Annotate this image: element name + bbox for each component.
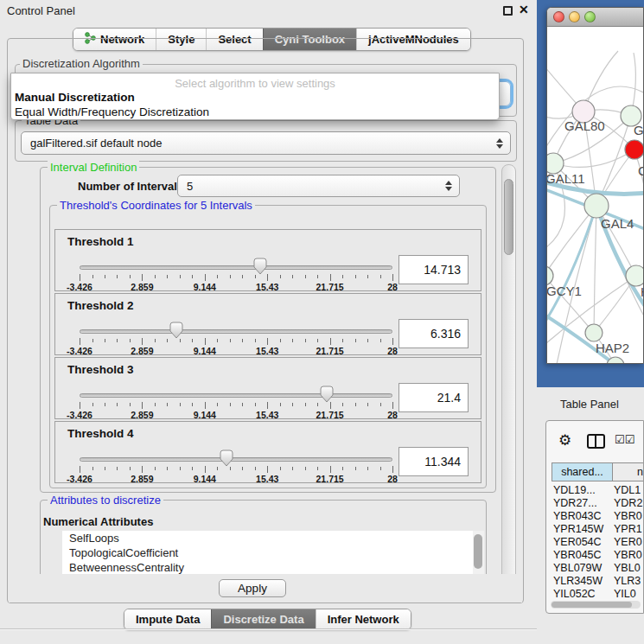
cell-shared-name: YDL19... xyxy=(553,484,596,496)
threshold-value-input[interactable]: 14.713 xyxy=(399,255,469,284)
threshold-value-input[interactable]: 11.344 xyxy=(399,447,469,476)
tick-mark xyxy=(130,275,131,278)
minimize-window-icon[interactable] xyxy=(569,11,580,22)
float-panel-icon[interactable] xyxy=(503,6,513,16)
attributes-list-scrollbar[interactable] xyxy=(473,531,484,574)
tick-mark xyxy=(130,339,131,342)
panel-scrollbar[interactable] xyxy=(501,164,516,603)
split-view-icon[interactable] xyxy=(587,434,605,449)
popup-option-manual-discretization[interactable]: Manual Discretization xyxy=(15,91,135,104)
cell-shared-name: YLR345W xyxy=(553,575,603,587)
table-data-combobox-value: galFiltered.sif default node xyxy=(30,137,162,150)
tick-mark xyxy=(242,403,243,406)
thresholds-coordinates-title: Threshold's Coordinates for 5 Intervals xyxy=(57,199,255,212)
slider-track[interactable] xyxy=(80,457,392,462)
network-edge-highlighted[interactable] xyxy=(547,206,596,329)
select-columns-icon[interactable]: ☑☑ xyxy=(615,433,634,446)
cell-shared-name: YBR043C xyxy=(553,510,602,522)
threshold-value-input[interactable]: 6.316 xyxy=(399,319,469,348)
tick-label: 21.715 xyxy=(316,410,344,420)
close-panel-icon[interactable]: ✕ xyxy=(519,3,529,16)
number-of-intervals-combobox[interactable]: 5 xyxy=(177,175,460,197)
table-row[interactable]: YIL052CYIL0 xyxy=(552,588,644,601)
slider-thumb[interactable] xyxy=(319,386,335,404)
table-row[interactable]: YBL079WYBL0 xyxy=(552,562,644,575)
tick-label: -3.426 xyxy=(67,282,92,292)
attribute-list-item[interactable]: BetweennessCentrality xyxy=(62,560,484,574)
network-edge[interactable] xyxy=(553,150,634,167)
zoom-window-icon[interactable] xyxy=(584,11,596,22)
column-header-shared-name[interactable]: shared... xyxy=(552,462,613,481)
tick-mark xyxy=(117,467,118,470)
slider-track[interactable] xyxy=(80,329,392,334)
close-window-icon[interactable] xyxy=(553,11,564,22)
network-node-h[interactable] xyxy=(626,265,644,286)
slider-thumb[interactable] xyxy=(169,322,184,340)
table-panel-area: Table Panel ⚙ ☑☑ shared... n... YDL19...… xyxy=(537,387,644,644)
threshold-value-input[interactable]: 21.4 xyxy=(399,383,469,412)
table-row[interactable]: YDL19...YDL1 xyxy=(552,484,644,497)
gear-icon[interactable]: ⚙ xyxy=(558,431,571,450)
tick-mark xyxy=(317,339,318,342)
tick-mark xyxy=(355,275,356,278)
tick-mark xyxy=(130,467,131,470)
network-node-c[interactable] xyxy=(625,140,644,159)
network-node-gcy1[interactable] xyxy=(547,266,553,285)
cell-shared-name: YPR145W xyxy=(553,523,603,535)
tick-label: 2.859 xyxy=(131,346,153,356)
tick-mark xyxy=(367,339,368,342)
tick-mark xyxy=(242,275,243,278)
table-row[interactable]: YBR043CYBR0 xyxy=(552,510,644,523)
panel-scrollbar-thumb[interactable] xyxy=(504,179,513,255)
tick-mark xyxy=(105,275,105,278)
attributes-list-scrollbar-thumb[interactable] xyxy=(474,534,482,569)
network-canvas[interactable]: GAL80GACGAL11GAL4GCY1HHAP2 xyxy=(547,27,644,364)
table-panel-title: Table Panel xyxy=(560,398,619,411)
tick-mark xyxy=(117,403,118,406)
combo-stepper-icon xyxy=(445,181,452,191)
slider-thumb[interactable] xyxy=(219,450,234,468)
network-node-label: GAL11 xyxy=(547,171,585,186)
attribute-list-item[interactable]: TopologicalCoefficient xyxy=(62,545,484,560)
tick-mark xyxy=(217,403,218,406)
attribute-list-item[interactable]: SelfLoops xyxy=(62,531,484,545)
network-window-titlebar[interactable] xyxy=(547,8,643,27)
bottom-tab-infer-network[interactable]: Infer Network xyxy=(316,609,411,629)
network-node[interactable] xyxy=(607,357,624,364)
tick-mark xyxy=(305,275,306,278)
network-edge[interactable] xyxy=(594,206,596,333)
cell-shared-name: YER054C xyxy=(553,536,602,548)
table-row[interactable]: YER054CYER0 xyxy=(552,536,644,549)
tick-label: 15.43 xyxy=(256,282,278,292)
network-node-hap2[interactable] xyxy=(585,324,603,341)
slider-thumb[interactable] xyxy=(252,258,268,276)
apply-button[interactable]: Apply xyxy=(219,579,286,597)
popup-option-equal-width-frequency[interactable]: Equal Width/Frequency Discretization xyxy=(15,105,209,118)
table-row[interactable]: YPR145WYPR1 xyxy=(552,523,644,536)
table-horizontal-scrollbar[interactable] xyxy=(551,601,641,609)
tick-mark xyxy=(392,274,393,281)
tick-mark xyxy=(305,339,306,342)
bottom-tab-discretize-data[interactable]: Discretize Data xyxy=(211,609,315,629)
table-row[interactable]: YDR27...YDR2 xyxy=(552,497,644,510)
tick-mark xyxy=(192,403,193,406)
table-row[interactable]: YLR345WYLR3 xyxy=(552,575,644,588)
network-edge[interactable] xyxy=(547,206,596,276)
tick-mark xyxy=(342,275,343,278)
bottom-tab-label: Impute Data xyxy=(136,613,200,626)
table-data-combobox[interactable]: galFiltered.sif default node xyxy=(21,131,511,155)
column-header-name[interactable]: n... xyxy=(612,462,644,481)
slider-track[interactable] xyxy=(80,393,392,398)
slider-track[interactable] xyxy=(80,265,392,270)
network-node-gal4[interactable] xyxy=(584,194,609,218)
slider-ticks xyxy=(80,466,392,475)
numerical-attributes-list[interactable]: SelfLoopsTopologicalCoefficientBetweenne… xyxy=(62,531,484,574)
tick-mark xyxy=(155,467,156,470)
tick-mark xyxy=(205,274,206,281)
table-horizontal-scrollbar-thumb[interactable] xyxy=(552,602,632,608)
slider-ticks xyxy=(80,338,392,347)
table-row[interactable]: YBR045CYBR0 xyxy=(552,549,644,562)
threshold-row: Threshold 4-3.4262.8599.14415.4321.71528… xyxy=(54,421,481,483)
bottom-tab-impute-data[interactable]: Impute Data xyxy=(124,609,211,629)
popup-placeholder-option[interactable]: Select algorithm to view settings xyxy=(11,77,499,90)
